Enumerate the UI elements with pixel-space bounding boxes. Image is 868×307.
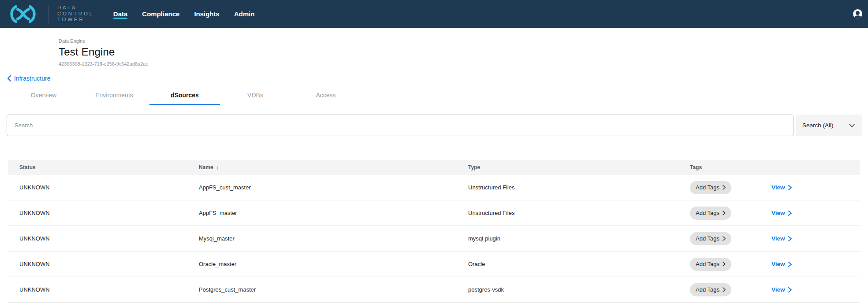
actions-cell: View — [771, 184, 860, 191]
search-input[interactable] — [7, 115, 793, 136]
add-tags-label: Add Tags — [696, 261, 719, 267]
chevron-right-icon — [723, 262, 726, 266]
name-cell: AppFS_master — [199, 210, 468, 216]
type-cell: Unstructured Files — [468, 184, 690, 191]
breadcrumb-back-link[interactable]: Infrastructure — [7, 75, 50, 82]
add-tags-label: Add Tags — [696, 286, 719, 293]
table-body: UNKNOWN AppFS_cust_master Unstructured F… — [8, 175, 860, 303]
add-tags-button[interactable]: Add Tags — [690, 207, 731, 220]
column-header-status[interactable]: Status — [8, 164, 199, 170]
dsources-table: Status Name ↑ Type Tags UNKNOWN AppFS_cu… — [8, 160, 860, 303]
breadcrumb-back-label: Infrastructure — [14, 75, 50, 82]
name-cell: Postgres_cust_master — [199, 286, 468, 293]
tab-bar: Overview Environments dSources VDBs Acce… — [0, 86, 868, 105]
type-cell: mysql-plugin — [468, 235, 690, 242]
logo-divider — [48, 5, 49, 23]
actions-cell: View — [771, 286, 860, 293]
view-label: View — [771, 261, 785, 267]
chevron-down-icon — [849, 124, 855, 127]
dsource-name: Mysql_master — [199, 235, 235, 242]
logo-wordmark: DATA CONTROL TOWER — [57, 5, 94, 23]
type-cell: postgres-vsdk — [468, 286, 690, 293]
table-row: UNKNOWN Mysql_master mysql-plugin Add Ta… — [8, 226, 860, 252]
tags-cell: Add Tags — [690, 232, 771, 245]
view-link[interactable]: View — [771, 210, 792, 216]
view-link[interactable]: View — [771, 286, 792, 293]
status-cell: UNKNOWN — [8, 184, 199, 191]
add-tags-button[interactable]: Add Tags — [690, 283, 731, 296]
page-title: Test Engine — [59, 46, 868, 58]
column-header-label: Type — [468, 164, 480, 170]
add-tags-button[interactable]: Add Tags — [690, 258, 731, 271]
table-row: UNKNOWN Postgres_cust_master postgres-vs… — [8, 277, 860, 303]
chevron-right-icon — [788, 236, 792, 241]
name-cell: Oracle_master — [199, 261, 468, 267]
chevron-right-icon — [788, 185, 792, 190]
dsource-name: Oracle_master — [199, 261, 236, 267]
dsource-name: AppFS_master — [199, 210, 237, 216]
nav-item-admin[interactable]: Admin — [234, 0, 255, 28]
search-scope-dropdown[interactable]: Search (All) — [796, 115, 862, 136]
dsource-name: AppFS_cust_master — [199, 184, 251, 191]
name-cell: Mysql_master — [199, 235, 468, 242]
add-tags-button[interactable]: Add Tags — [690, 232, 731, 245]
view-link[interactable]: View — [771, 261, 792, 267]
nav-item-insights[interactable]: Insights — [194, 0, 220, 28]
nav-item-data[interactable]: Data — [113, 0, 128, 28]
column-header-type[interactable]: Type — [468, 164, 690, 170]
chevron-right-icon — [788, 211, 792, 216]
logo-word-line: CONTROL — [57, 11, 94, 17]
add-tags-label: Add Tags — [696, 184, 719, 191]
tab-overview[interactable]: Overview — [8, 86, 79, 105]
engine-uuid: 42366308-1323-71ff-e258-9c642ad8a2ae — [59, 61, 868, 67]
tab-access[interactable]: Access — [291, 86, 361, 105]
dsource-type: Oracle — [468, 261, 485, 267]
add-tags-button[interactable]: Add Tags — [690, 181, 731, 194]
tags-cell: Add Tags — [690, 181, 771, 194]
tab-environments[interactable]: Environments — [79, 86, 149, 105]
add-tags-label: Add Tags — [696, 235, 719, 242]
column-header-label: Status — [19, 164, 36, 170]
search-row: Search (All) — [7, 115, 862, 136]
dsource-name: Postgres_cust_master — [199, 286, 256, 293]
status-value: UNKNOWN — [19, 235, 50, 242]
title-block: Data Engine Test Engine 42366308-1323-71… — [0, 28, 868, 67]
top-navbar: DATA CONTROL TOWER Data Compliance Insig… — [0, 0, 868, 28]
column-header-tags[interactable]: Tags — [690, 164, 771, 170]
column-header-label: Name — [199, 164, 213, 170]
logo-word-line: DATA — [57, 5, 94, 11]
status-value: UNKNOWN — [19, 286, 50, 293]
avatar-head-shape — [856, 11, 860, 15]
view-link[interactable]: View — [771, 184, 792, 191]
status-cell: UNKNOWN — [8, 261, 199, 267]
chevron-left-icon — [7, 75, 11, 81]
sort-ascending-icon: ↑ — [216, 164, 219, 171]
tab-vdbs[interactable]: VDBs — [220, 86, 291, 105]
actions-cell: View — [771, 210, 860, 216]
main-nav: Data Compliance Insights Admin — [113, 0, 255, 28]
tags-cell: Add Tags — [690, 283, 771, 296]
page-header-section: Infrastructure Data Engine Test Engine 4… — [0, 28, 868, 86]
account-circle-icon[interactable] — [853, 9, 862, 18]
tags-cell: Add Tags — [690, 207, 771, 220]
avatar-body-shape — [854, 15, 861, 18]
column-header-name[interactable]: Name ↑ — [199, 164, 468, 171]
chevron-right-icon — [723, 185, 726, 190]
actions-cell: View — [771, 235, 860, 242]
view-label: View — [771, 184, 785, 191]
status-cell: UNKNOWN — [8, 235, 199, 242]
view-link[interactable]: View — [771, 235, 792, 242]
logo-word-line: TOWER — [57, 17, 94, 23]
chevron-right-icon — [788, 287, 792, 292]
chevron-right-icon — [723, 211, 726, 215]
add-tags-label: Add Tags — [696, 210, 719, 216]
view-label: View — [771, 210, 785, 216]
type-cell: Unstructured Files — [468, 210, 690, 216]
nav-item-compliance[interactable]: Compliance — [142, 0, 179, 28]
tab-dsources[interactable]: dSources — [149, 86, 220, 105]
dsource-type: mysql-plugin — [468, 235, 500, 242]
name-cell: AppFS_cust_master — [199, 184, 468, 191]
chevron-right-icon — [723, 287, 726, 292]
dsource-type: Unstructured Files — [468, 184, 514, 191]
column-header-label: Tags — [690, 164, 702, 170]
